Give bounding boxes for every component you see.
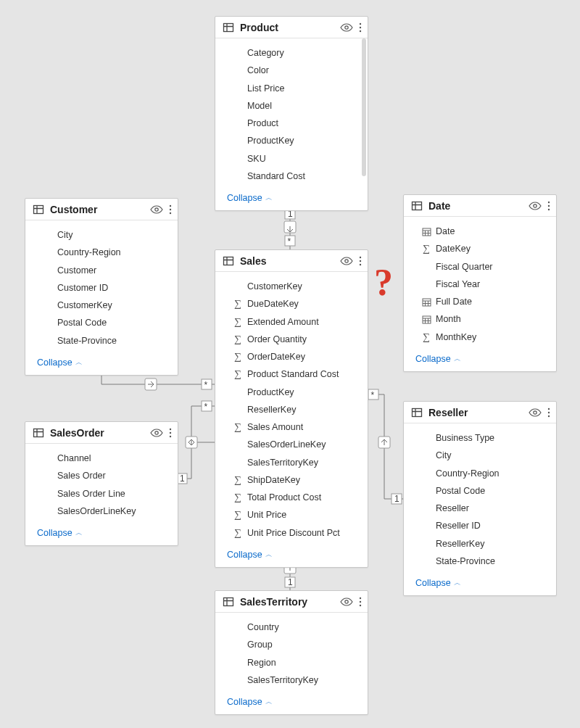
collapse-link[interactable]: Collapse︿: [227, 550, 273, 560]
field-row[interactable]: Reseller: [404, 500, 556, 517]
collapse-link[interactable]: Collapse︿: [415, 578, 461, 588]
svg-text:1: 1: [180, 473, 185, 484]
more-options-icon[interactable]: [359, 597, 362, 607]
field-row[interactable]: Sales Order: [25, 467, 178, 484]
visibility-icon[interactable]: [340, 256, 353, 266]
field-row[interactable]: ∑Extended Amount: [215, 313, 368, 331]
collapse-link[interactable]: Collapse︿: [37, 357, 83, 368]
field-row[interactable]: ∑Unit Price: [215, 506, 368, 524]
collapse-link[interactable]: Collapse︿: [227, 697, 273, 707]
field-row[interactable]: Category: [215, 44, 368, 62]
svg-point-37: [360, 257, 361, 258]
field-row[interactable]: Fiscal Year: [404, 276, 556, 293]
collapse-link[interactable]: Collapse︿: [227, 193, 273, 203]
table-icon: [223, 22, 234, 33]
field-row[interactable]: SalesTerritoryKey: [215, 454, 368, 471]
collapse-link[interactable]: Collapse︿: [37, 528, 83, 538]
field-row[interactable]: ∑Total Product Cost: [215, 489, 368, 506]
table-title: SalesOrder: [50, 427, 144, 439]
field-row[interactable]: ResellerKey: [404, 535, 556, 553]
field-row[interactable]: Sales Order Line: [25, 485, 178, 502]
table-card-salesorder[interactable]: SalesOrder ChannelSales OrderSales Order…: [25, 421, 178, 546]
field-row[interactable]: Standard Cost: [215, 167, 368, 185]
field-row[interactable]: City: [404, 447, 556, 464]
svg-text:*: *: [204, 380, 208, 390]
svg-point-49: [155, 431, 158, 434]
field-row[interactable]: Reseller ID: [404, 517, 556, 534]
field-row[interactable]: Postal Code: [25, 314, 178, 331]
more-options-icon[interactable]: [359, 256, 362, 266]
field-row[interactable]: Product: [215, 115, 368, 132]
field-label: Date: [436, 226, 455, 237]
table-card-reseller[interactable]: Reseller Business TypeCityCountry-Region…: [403, 401, 557, 596]
field-label: Postal Code: [436, 485, 485, 497]
field-row[interactable]: Channel: [25, 450, 178, 467]
field-row[interactable]: Country: [215, 619, 368, 636]
field-row[interactable]: Fiscal Quarter: [404, 258, 556, 276]
visibility-icon[interactable]: [150, 204, 163, 215]
field-row[interactable]: ∑Unit Price Discount Pct: [215, 524, 368, 542]
visibility-icon[interactable]: [150, 428, 163, 438]
visibility-icon[interactable]: [340, 22, 353, 33]
field-row[interactable]: SalesOrderLineKey: [25, 502, 178, 520]
field-row[interactable]: City: [25, 226, 178, 244]
field-row[interactable]: ProductKey: [215, 384, 368, 401]
table-card-product[interactable]: Product CategoryColorList PriceModelProd…: [215, 16, 368, 211]
svg-point-32: [170, 205, 171, 207]
field-row[interactable]: SalesOrderLineKey: [215, 436, 368, 453]
field-row[interactable]: Full Date: [404, 293, 556, 310]
field-row[interactable]: Country-Region: [404, 465, 556, 482]
field-row[interactable]: Customer: [25, 262, 178, 279]
field-row[interactable]: State-Province: [404, 553, 556, 570]
field-label: Country: [247, 621, 279, 633]
field-row[interactable]: SKU: [215, 150, 368, 167]
table-card-customer[interactable]: Customer CityCountry-RegionCustomerCusto…: [25, 198, 178, 376]
field-row[interactable]: Country-Region: [25, 244, 178, 261]
field-label: Customer: [57, 265, 96, 276]
field-row[interactable]: Customer ID: [25, 279, 178, 297]
field-label: Sales Order: [57, 470, 106, 481]
field-row[interactable]: ResellerKey: [215, 401, 368, 418]
collapse-link[interactable]: Collapse︿: [415, 354, 461, 364]
field-row[interactable]: Month: [404, 310, 556, 328]
field-row[interactable]: ∑Order Quantity: [215, 331, 368, 348]
more-options-icon[interactable]: [169, 428, 172, 438]
field-row[interactable]: ∑DueDateKey: [215, 295, 368, 313]
more-options-icon[interactable]: [169, 204, 172, 215]
scrollbar[interactable]: [362, 38, 366, 176]
visibility-icon[interactable]: [529, 408, 542, 418]
field-row[interactable]: ProductKey: [215, 132, 368, 149]
field-row[interactable]: ∑MonthKey: [404, 328, 556, 346]
table-card-date[interactable]: Date Date∑DateKeyFiscal QuarterFiscal Ye…: [403, 194, 557, 372]
field-label: Customer ID: [57, 282, 108, 294]
field-row[interactable]: Model: [215, 97, 368, 115]
visibility-icon[interactable]: [340, 597, 353, 607]
field-row[interactable]: List Price: [215, 80, 368, 97]
field-row[interactable]: Date: [404, 223, 556, 240]
field-row[interactable]: CustomerKey: [25, 297, 178, 314]
field-row[interactable]: Business Type: [404, 429, 556, 447]
field-row[interactable]: CustomerKey: [215, 278, 368, 295]
more-options-icon[interactable]: [547, 408, 550, 418]
field-row[interactable]: ∑Product Standard Cost: [215, 365, 368, 383]
field-label: ResellerKey: [436, 538, 484, 550]
more-options-icon[interactable]: [547, 201, 550, 211]
field-row[interactable]: State-Province: [25, 332, 178, 349]
field-row[interactable]: Group: [215, 636, 368, 653]
field-row[interactable]: Region: [215, 654, 368, 671]
svg-text:*: *: [288, 236, 291, 247]
table-card-sales[interactable]: Sales CustomerKey∑DueDateKey∑Extended Am…: [215, 249, 368, 568]
more-options-icon[interactable]: [359, 22, 362, 33]
visibility-icon[interactable]: [529, 201, 542, 211]
table-card-salesterritory[interactable]: SalesTerritory CountryGroupRegionSalesTe…: [215, 590, 368, 715]
field-label: SalesTerritoryKey: [247, 674, 318, 686]
field-row[interactable]: Postal Code: [404, 482, 556, 500]
field-row[interactable]: Color: [215, 62, 368, 79]
field-row[interactable]: ∑ShipDateKey: [215, 471, 368, 489]
field-row[interactable]: ∑Sales Amount: [215, 418, 368, 436]
field-row[interactable]: ∑DateKey: [404, 240, 556, 257]
field-row[interactable]: ∑OrderDateKey: [215, 348, 368, 365]
field-label: Country-Region: [436, 468, 500, 479]
field-row[interactable]: SalesTerritoryKey: [215, 671, 368, 689]
svg-rect-9: [145, 379, 157, 390]
